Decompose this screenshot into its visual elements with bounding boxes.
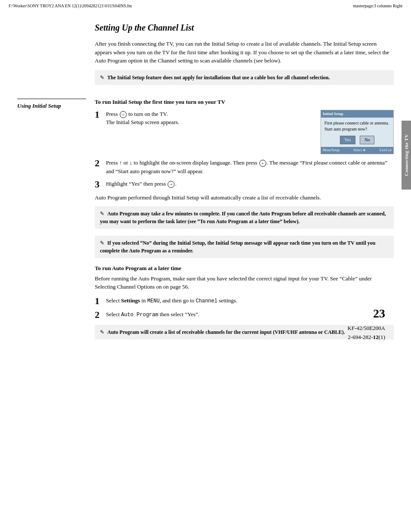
step-3-text-after: . xyxy=(175,180,176,187)
ss-title-bar: Initial Setup xyxy=(321,110,393,118)
left-column xyxy=(17,40,95,92)
right-column: After you finish connecting the TV, you … xyxy=(95,40,394,92)
note-box-3: ✎ If you selected “No” during the Initia… xyxy=(95,236,394,258)
step-2: 2 Press ↑ or ↓ to highlight the on-scree… xyxy=(95,159,394,175)
note-icon-2: ✎ xyxy=(100,211,104,217)
ss-bottom-left: Menu/Setup xyxy=(323,148,339,153)
divider xyxy=(17,99,86,99)
step-3-text-before: Highlight “Yes” then press xyxy=(106,180,167,187)
two-column-layout: After you finish connecting the TV, you … xyxy=(17,40,394,92)
step-2-number: 2 xyxy=(95,159,103,168)
ap-step-1: 1 Select Settings in MENU, and then go t… xyxy=(95,296,394,306)
page-header: F:\Worker\SONY TROY2 ANA EN 12(1)\269428… xyxy=(0,0,411,10)
step-3-content: Highlight “Yes” then press +. xyxy=(106,180,394,188)
ss-body-line2: Start auto program now? xyxy=(324,126,390,132)
ap-step-2-text: Select Auto Program then select “Yes”. xyxy=(106,311,199,317)
ap-step-1-content: Select Settings in MENU, and then go to … xyxy=(106,296,394,305)
note-4-text: Auto Program will create a list of recei… xyxy=(107,329,345,335)
note-icon-1: ✎ xyxy=(100,75,104,81)
note-icon-3: ✎ xyxy=(100,240,104,246)
ss-btn-no: No xyxy=(360,136,374,144)
note-2-text: Auto Program may take a few minutes to c… xyxy=(100,211,386,224)
using-initial-setup-section: Using Initial Setup To run Initial Setup… xyxy=(17,99,394,346)
subsection-left: Using Initial Setup xyxy=(17,99,95,346)
model-number-line1: KF-42/50E200A xyxy=(348,324,385,333)
model-number-line2: 2-694-282-12(1) xyxy=(348,333,385,342)
step-1: 1 Press ○ to turn on the TV. The Initial… xyxy=(95,110,394,155)
ss-bottom-right: Exit/List xyxy=(380,148,392,153)
step-2-content: Press ↑ or ↓ to highlight the on-screen … xyxy=(106,159,394,175)
ap-step-2-content: Select Auto Program then select “Yes”. xyxy=(106,310,394,319)
step-1-with-image: Press ○ to turn on the TV. The Initial S… xyxy=(106,110,394,155)
auto-program-intro: Before running the Auto Program, make su… xyxy=(95,274,394,291)
ss-body-line1: First please connect cable or antenna. xyxy=(324,120,390,126)
auto-program-steps: 1 Select Settings in MENU, and then go t… xyxy=(95,296,394,320)
step-1-text: Press ○ to turn on the TV. The Initial S… xyxy=(106,110,316,127)
power-button-icon: ○ xyxy=(120,111,127,118)
ap-step-2-number: 2 xyxy=(95,310,103,320)
note-1-text: The Initial Setup feature does not apply… xyxy=(107,75,330,81)
section-title: Setting Up the Channel List xyxy=(95,23,394,33)
subsection-right: To run Initial Setup the first time you … xyxy=(95,99,394,346)
note-3-text: If you selected “No” during the Initial … xyxy=(100,240,375,254)
step-heading: To run Initial Setup the first time you … xyxy=(95,99,394,106)
ss-buttons: Yes No xyxy=(324,136,390,144)
ss-bottom-bar: Menu/Setup Select ⊕ Exit/List xyxy=(321,147,393,154)
steps-container: 1 Press ○ to turn on the TV. The Initial… xyxy=(95,110,394,190)
step-3: 3 Highlight “Yes” then press +. xyxy=(95,180,394,189)
ap-step-1-text-a: Select Settings in MENU, and then go to … xyxy=(106,297,237,304)
auto-program-heading: To run Auto Program at a later time xyxy=(95,265,394,272)
subsection-heading: Using Initial Setup xyxy=(17,103,86,109)
header-right: masterpage:3 columns Right xyxy=(353,3,402,8)
note-box-2: ✎ Auto Program may take a few minutes to… xyxy=(95,206,394,229)
header-left: F:\Worker\SONY TROY2 ANA EN 12(1)\269428… xyxy=(9,3,132,8)
step-1-sub: The Initial Setup screen appears. xyxy=(106,119,179,125)
step-2-text: Press ↑ or ↓ to highlight the on-screen … xyxy=(106,159,259,166)
ap-step-1-number: 1 xyxy=(95,296,103,306)
step-1-content: Press ○ to turn on the TV. The Initial S… xyxy=(106,110,394,155)
enter-button-icon-step3: + xyxy=(168,181,174,188)
note-icon-4: ✎ xyxy=(100,329,104,335)
ss-bottom-center: Select ⊕ xyxy=(353,148,366,153)
step-3-number: 3 xyxy=(95,180,103,189)
enter-button-icon-step2: + xyxy=(259,160,266,167)
ap-step-2: 2 Select Auto Program then select “Yes”. xyxy=(95,310,394,320)
page-content: Setting Up the Channel List After you fi… xyxy=(0,10,411,355)
ss-btn-yes: Yes xyxy=(340,136,356,144)
step-1-number: 1 xyxy=(95,110,103,119)
note-box-1: ✎ The Initial Setup feature does not app… xyxy=(95,70,394,85)
auto-program-paragraph: Auto Program performed through Initial S… xyxy=(95,193,394,202)
step-1-press: Press xyxy=(106,111,119,117)
intro-paragraph: After you finish connecting the TV, you … xyxy=(95,40,394,65)
page-number: 23 xyxy=(373,307,385,320)
step-1-rest: to turn on the TV. xyxy=(127,111,168,117)
ss-body: First please connect cable or antenna. S… xyxy=(321,118,393,147)
setup-screenshot: Initial Setup First please connect cable… xyxy=(321,110,394,155)
model-number: KF-42/50E200A 2-694-282-12(1) xyxy=(348,324,385,342)
